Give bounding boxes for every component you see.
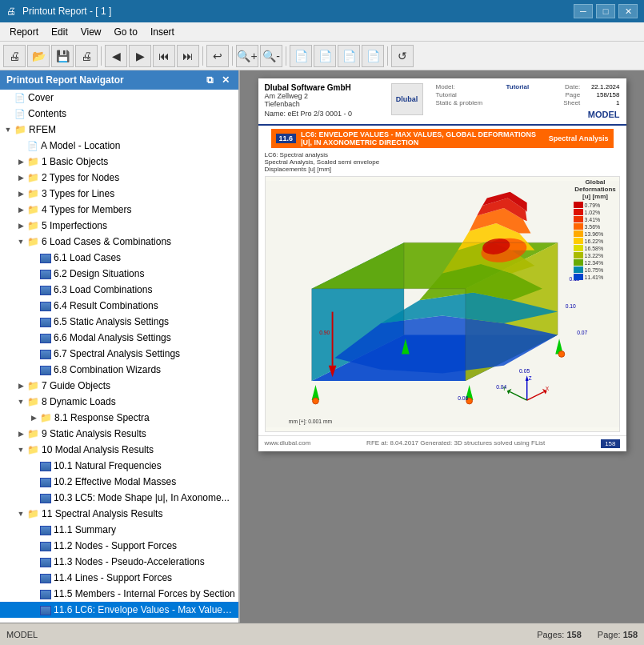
- tb-refresh[interactable]: ↺: [391, 45, 414, 67]
- tree-item-6-1[interactable]: 6.1 Load Cases: [0, 250, 238, 266]
- page-area[interactable]: Dlubal Software GmbH Am Zellweg 2 Tiefen…: [240, 70, 644, 623]
- nav-restore-btn[interactable]: ⧉: [203, 74, 216, 86]
- tree-item-10-2[interactable]: 10.2 Effective Modal Masses: [0, 474, 238, 490]
- tree-item-6-2[interactable]: 6.2 Design Situations: [0, 266, 238, 282]
- tree-item-11-spectral[interactable]: ▼📁11 Spectral Analysis Results: [0, 506, 238, 522]
- expand-btn-6-4[interactable]: [27, 299, 40, 312]
- tree-item-1-basic[interactable]: ▶📁1 Basic Objects: [0, 154, 238, 170]
- tree-item-8-1[interactable]: ▶📁8.1 Response Spectra: [0, 410, 238, 426]
- tree-item-contents[interactable]: 📄Contents: [0, 106, 238, 122]
- expand-btn-11-5[interactable]: [27, 587, 40, 600]
- expand-btn-6-1[interactable]: [27, 251, 40, 264]
- tree-item-a-model[interactable]: 📄A Model - Location: [0, 138, 238, 154]
- menu-insert[interactable]: Insert: [144, 25, 181, 39]
- expand-btn-6-8[interactable]: [27, 363, 40, 376]
- expand-btn-11-1[interactable]: [27, 523, 40, 536]
- tree-item-7-guide[interactable]: ▶📁7 Guide Objects: [0, 378, 238, 394]
- expand-btn-rfem[interactable]: ▼: [2, 123, 14, 136]
- tree-item-10-modal[interactable]: ▼📁10 Modal Analysis Results: [0, 442, 238, 458]
- item-icon-rfem: 📁: [14, 124, 26, 135]
- item-label-3-lines: 3 Types for Lines: [42, 188, 114, 199]
- expand-btn-11-4[interactable]: [27, 571, 40, 584]
- tb-zoom-out[interactable]: 🔍-: [260, 45, 282, 67]
- minimize-button[interactable]: ─: [574, 4, 593, 18]
- expand-btn-6-3[interactable]: [27, 283, 40, 296]
- tb-first[interactable]: ⏮: [153, 45, 175, 67]
- tree-item-11-4[interactable]: 11.4 Lines - Support Forces: [0, 570, 238, 586]
- tree-item-11-1[interactable]: 11.1 Summary: [0, 522, 238, 538]
- tb-save[interactable]: 💾: [51, 45, 74, 67]
- expand-btn-contents[interactable]: [2, 107, 14, 120]
- tb-open[interactable]: 📂: [27, 45, 50, 67]
- expand-btn-9-static[interactable]: ▶: [14, 427, 27, 440]
- tb-print[interactable]: 🖨: [75, 45, 98, 67]
- tree-item-2-nodes[interactable]: ▶📁2 Types for Nodes: [0, 170, 238, 186]
- tree-item-6-5[interactable]: 6.5 Static Analysis Settings: [0, 314, 238, 330]
- menu-goto[interactable]: Go to: [108, 25, 144, 39]
- nav-close-btn[interactable]: ✕: [219, 74, 232, 86]
- maximize-button[interactable]: □: [596, 4, 615, 18]
- menu-edit[interactable]: Edit: [45, 25, 74, 39]
- expand-btn-6-2[interactable]: [27, 267, 40, 280]
- tree-item-11-2[interactable]: 11.2 Nodes - Support Forces: [0, 538, 238, 554]
- expand-btn-11-spectral[interactable]: ▼: [14, 507, 27, 520]
- tree-item-10-1[interactable]: 10.1 Natural Frequencies: [0, 458, 238, 474]
- tree-item-11-6[interactable]: 11.6 LC6: Envelope Values - Max Values,.…: [0, 602, 238, 618]
- item-label-1-basic: 1 Basic Objects: [42, 156, 108, 167]
- tree-item-11-3[interactable]: 11.3 Nodes - Pseudo-Accelerations: [0, 554, 238, 570]
- tree-item-5-imperfections[interactable]: ▶📁5 Imperfections: [0, 218, 238, 234]
- expand-btn-8-1[interactable]: ▶: [27, 411, 40, 424]
- expand-btn-7-guide[interactable]: ▶: [14, 379, 27, 392]
- close-button[interactable]: ✕: [618, 4, 638, 18]
- tree-item-6-8[interactable]: 6.8 Combination Wizards: [0, 362, 238, 378]
- tree-item-4-members[interactable]: ▶📁4 Types for Members: [0, 202, 238, 218]
- expand-btn-10-modal[interactable]: ▼: [14, 443, 27, 456]
- tb-file[interactable]: 🖨: [3, 45, 26, 67]
- tb-page1[interactable]: 📄: [290, 45, 312, 67]
- tree-item-10-3[interactable]: 10.3 LC5: Mode Shape |u|, In Axonome...: [0, 490, 238, 506]
- expand-btn-2-nodes[interactable]: ▶: [14, 171, 27, 184]
- expand-btn-cover[interactable]: [2, 91, 14, 104]
- expand-btn-10-3[interactable]: [27, 491, 40, 504]
- expand-btn-6-7[interactable]: [27, 347, 40, 360]
- tree-item-11-5[interactable]: 11.5 Members - Internal Forces by Sectio…: [0, 586, 238, 602]
- expand-btn-3-lines[interactable]: ▶: [14, 187, 27, 200]
- expand-btn-a-model[interactable]: [14, 139, 27, 152]
- expand-btn-11-6[interactable]: [27, 603, 40, 616]
- tree-item-3-lines[interactable]: ▶📁3 Types for Lines: [0, 186, 238, 202]
- expand-btn-5-imperfections[interactable]: ▶: [14, 219, 27, 232]
- tb-next[interactable]: ▶: [129, 45, 151, 67]
- navigator-panel: Printout Report Navigator ⧉ ✕ 📄Cover📄Con…: [0, 70, 240, 623]
- tb-prev[interactable]: ◀: [105, 45, 127, 67]
- tree-item-6-load-cases[interactable]: ▼📁6 Load Cases & Combinations: [0, 234, 238, 250]
- tree-item-6-3[interactable]: 6.3 Load Combinations: [0, 282, 238, 298]
- menu-view[interactable]: View: [74, 25, 108, 39]
- tree-item-cover[interactable]: 📄Cover: [0, 90, 238, 106]
- item-icon-6-1: [40, 252, 51, 263]
- expand-btn-11-3[interactable]: [27, 555, 40, 568]
- tb-undo[interactable]: ↩: [206, 45, 229, 67]
- item-label-11-4: 11.4 Lines - Support Forces: [54, 572, 172, 583]
- expand-btn-6-load-cases[interactable]: ▼: [14, 235, 27, 248]
- tb-zoom-in[interactable]: 🔍+: [236, 45, 258, 67]
- tree-item-9-static[interactable]: ▶📁9 Static Analysis Results: [0, 426, 238, 442]
- expand-btn-10-1[interactable]: [27, 459, 40, 472]
- expand-btn-6-5[interactable]: [27, 315, 40, 328]
- item-icon-11-1: [40, 524, 51, 535]
- expand-btn-10-2[interactable]: [27, 475, 40, 488]
- tree-item-8-dynamic[interactable]: ▼📁8 Dynamic Loads: [0, 394, 238, 410]
- tb-page3[interactable]: 📄: [338, 45, 360, 67]
- menu-report[interactable]: Report: [3, 25, 45, 39]
- tb-page2[interactable]: 📄: [314, 45, 336, 67]
- tb-page4[interactable]: 📄: [362, 45, 384, 67]
- tree-item-rfem[interactable]: ▼📁RFEM: [0, 122, 238, 138]
- expand-btn-11-2[interactable]: [27, 539, 40, 552]
- tree-item-6-7[interactable]: 6.7 Spectral Analysis Settings: [0, 346, 238, 362]
- tb-last[interactable]: ⏭: [177, 45, 199, 67]
- tree-item-6-4[interactable]: 6.4 Result Combinations: [0, 298, 238, 314]
- tree-item-6-6[interactable]: 6.6 Modal Analysis Settings: [0, 330, 238, 346]
- expand-btn-4-members[interactable]: ▶: [14, 203, 27, 216]
- expand-btn-8-dynamic[interactable]: ▼: [14, 395, 27, 408]
- expand-btn-6-6[interactable]: [27, 331, 40, 344]
- expand-btn-1-basic[interactable]: ▶: [14, 155, 27, 168]
